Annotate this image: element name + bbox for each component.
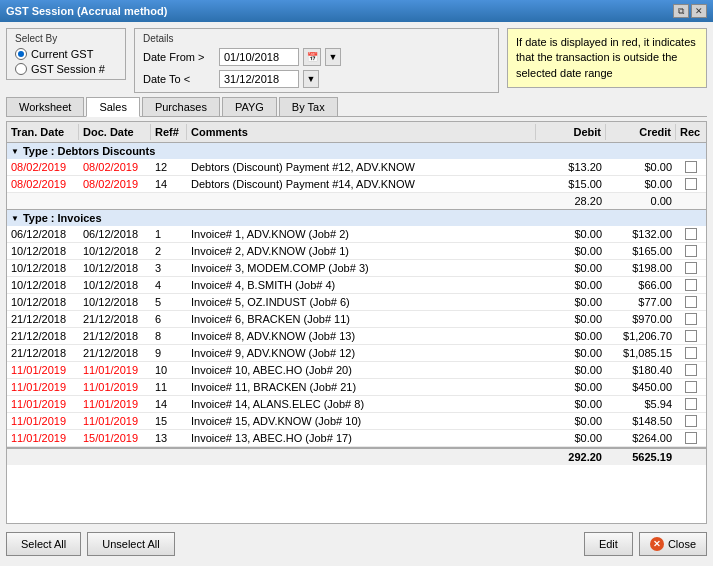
cell-checkbox[interactable] bbox=[676, 311, 706, 327]
row-checkbox[interactable] bbox=[685, 161, 697, 173]
cell-debit: $0.00 bbox=[536, 396, 606, 412]
cell-checkbox[interactable] bbox=[676, 243, 706, 259]
cell-checkbox[interactable] bbox=[676, 176, 706, 192]
date-from-dropdown[interactable]: ▼ bbox=[325, 48, 341, 66]
grand-total-debit: 292.20 bbox=[536, 449, 606, 465]
row-checkbox[interactable] bbox=[685, 415, 697, 427]
tab-worksheet[interactable]: Worksheet bbox=[6, 97, 84, 116]
group-toggle-icon[interactable]: ▼ bbox=[11, 147, 19, 156]
cell-tran-date: 10/12/2018 bbox=[7, 294, 79, 310]
cell-checkbox[interactable] bbox=[676, 328, 706, 344]
date-to-dropdown[interactable]: ▼ bbox=[303, 70, 319, 88]
cell-doc-date: 11/01/2019 bbox=[79, 413, 151, 429]
row-checkbox[interactable] bbox=[685, 432, 697, 444]
select-by-label: Select By bbox=[15, 33, 117, 44]
tab-sales[interactable]: Sales bbox=[86, 97, 140, 117]
cell-checkbox[interactable] bbox=[676, 396, 706, 412]
cell-debit: $15.00 bbox=[536, 176, 606, 192]
row-checkbox[interactable] bbox=[685, 178, 697, 190]
select-by-box: Select By Current GST GST Session # bbox=[6, 28, 126, 80]
row-checkbox[interactable] bbox=[685, 381, 697, 393]
cell-ref: 10 bbox=[151, 362, 187, 378]
cell-checkbox[interactable] bbox=[676, 260, 706, 276]
group-toggle-icon[interactable]: ▼ bbox=[11, 214, 19, 223]
row-checkbox[interactable] bbox=[685, 245, 697, 257]
close-button[interactable]: ✕ Close bbox=[639, 532, 707, 556]
bottom-bar: Select All Unselect All Edit ✕ Close bbox=[6, 528, 707, 560]
cell-doc-date: 11/01/2019 bbox=[79, 396, 151, 412]
cell-comments: Invoice# 13, ABEC.HO (Job# 17) bbox=[187, 430, 536, 446]
cell-tran-date: 10/12/2018 bbox=[7, 277, 79, 293]
cell-doc-date: 21/12/2018 bbox=[79, 345, 151, 361]
row-checkbox[interactable] bbox=[685, 262, 697, 274]
cell-debit: $0.00 bbox=[536, 226, 606, 242]
cell-comments: Invoice# 6, BRACKEN (Job# 11) bbox=[187, 311, 536, 327]
radio-current-gst[interactable]: Current GST bbox=[15, 48, 117, 60]
tab-purchases[interactable]: Purchases bbox=[142, 97, 220, 116]
radio-current-gst-indicator bbox=[15, 48, 27, 60]
cell-credit: $264.00 bbox=[606, 430, 676, 446]
title-bar-controls: ⧉ ✕ bbox=[673, 4, 707, 18]
date-from-input[interactable] bbox=[219, 48, 299, 66]
row-checkbox[interactable] bbox=[685, 313, 697, 325]
subtotal-empty-4 bbox=[187, 193, 536, 209]
tabs-bar: WorksheetSalesPurchasesPAYGBy Tax bbox=[6, 97, 707, 117]
table-row: 21/12/2018 21/12/2018 9 Invoice# 9, ADV.… bbox=[7, 345, 706, 362]
cell-tran-date: 11/01/2019 bbox=[7, 413, 79, 429]
edit-button[interactable]: Edit bbox=[584, 532, 633, 556]
cell-tran-date: 10/12/2018 bbox=[7, 243, 79, 259]
cell-ref: 3 bbox=[151, 260, 187, 276]
cell-checkbox[interactable] bbox=[676, 294, 706, 310]
cell-credit: $1,085.15 bbox=[606, 345, 676, 361]
cell-doc-date: 08/02/2019 bbox=[79, 176, 151, 192]
tab-payg[interactable]: PAYG bbox=[222, 97, 277, 116]
row-checkbox[interactable] bbox=[685, 347, 697, 359]
close-window-button[interactable]: ✕ bbox=[691, 4, 707, 18]
info-box-text: If date is displayed in red, it indicate… bbox=[516, 36, 696, 79]
row-checkbox[interactable] bbox=[685, 364, 697, 376]
table-row: 06/12/2018 06/12/2018 1 Invoice# 1, ADV.… bbox=[7, 226, 706, 243]
row-checkbox[interactable] bbox=[685, 296, 697, 308]
cell-ref: 14 bbox=[151, 176, 187, 192]
date-from-row: Date From > 📅 ▼ bbox=[143, 48, 490, 66]
row-checkbox[interactable] bbox=[685, 279, 697, 291]
grand-total-row: 292.20 5625.19 bbox=[7, 447, 706, 465]
row-checkbox[interactable] bbox=[685, 398, 697, 410]
cell-checkbox[interactable] bbox=[676, 277, 706, 293]
cell-comments: Invoice# 11, BRACKEN (Job# 21) bbox=[187, 379, 536, 395]
cell-tran-date: 08/02/2019 bbox=[7, 159, 79, 175]
cell-checkbox[interactable] bbox=[676, 379, 706, 395]
restore-button[interactable]: ⧉ bbox=[673, 4, 689, 18]
cell-credit: $0.00 bbox=[606, 159, 676, 175]
cell-ref: 9 bbox=[151, 345, 187, 361]
row-checkbox[interactable] bbox=[685, 228, 697, 240]
cell-checkbox[interactable] bbox=[676, 226, 706, 242]
cell-ref: 12 bbox=[151, 159, 187, 175]
subtotal-debit: 28.20 bbox=[536, 193, 606, 209]
cell-credit: $77.00 bbox=[606, 294, 676, 310]
cell-checkbox[interactable] bbox=[676, 430, 706, 446]
cell-debit: $0.00 bbox=[536, 379, 606, 395]
date-to-input[interactable] bbox=[219, 70, 299, 88]
row-checkbox[interactable] bbox=[685, 330, 697, 342]
cell-debit: $0.00 bbox=[536, 277, 606, 293]
cell-comments: Invoice# 2, ADV.KNOW (Job# 1) bbox=[187, 243, 536, 259]
cell-checkbox[interactable] bbox=[676, 362, 706, 378]
cell-checkbox[interactable] bbox=[676, 159, 706, 175]
cell-checkbox[interactable] bbox=[676, 413, 706, 429]
cell-comments: Invoice# 3, MODEM.COMP (Job# 3) bbox=[187, 260, 536, 276]
window-title: GST Session (Accrual method) bbox=[6, 5, 167, 17]
unselect-all-button[interactable]: Unselect All bbox=[87, 532, 174, 556]
table-row: 11/01/2019 11/01/2019 11 Invoice# 11, BR… bbox=[7, 379, 706, 396]
col-comments: Comments bbox=[187, 124, 536, 140]
cell-comments: Invoice# 8, ADV.KNOW (Job# 13) bbox=[187, 328, 536, 344]
cell-comments: Invoice# 5, OZ.INDUST (Job# 6) bbox=[187, 294, 536, 310]
cell-ref: 1 bbox=[151, 226, 187, 242]
group-header-0: ▼Type : Debtors Discounts bbox=[7, 143, 706, 159]
tab-by-tax[interactable]: By Tax bbox=[279, 97, 338, 116]
select-all-button[interactable]: Select All bbox=[6, 532, 81, 556]
cell-checkbox[interactable] bbox=[676, 345, 706, 361]
subtotal-empty-2 bbox=[79, 193, 151, 209]
radio-gst-session[interactable]: GST Session # bbox=[15, 63, 117, 75]
date-from-calendar-button[interactable]: 📅 bbox=[303, 48, 321, 66]
